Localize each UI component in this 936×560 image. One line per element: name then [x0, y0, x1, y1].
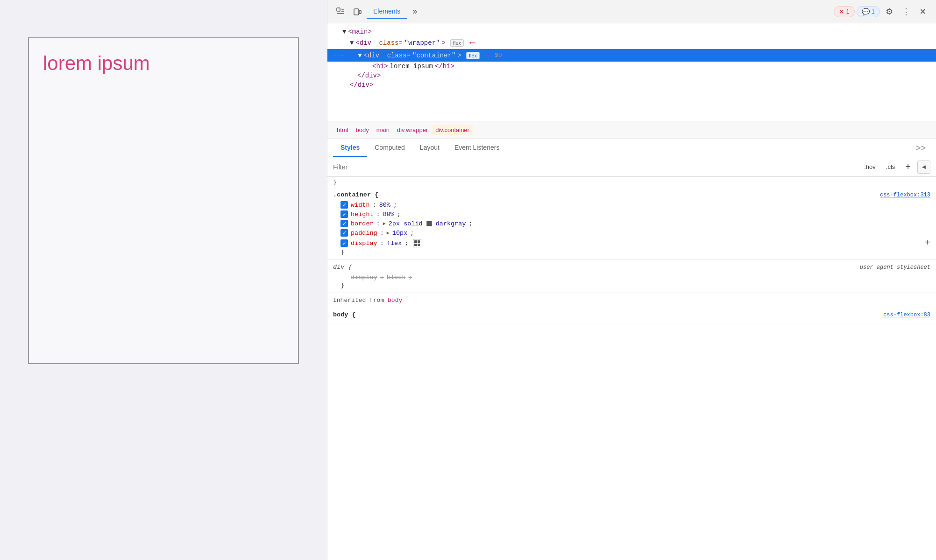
flex-badge-container[interactable]: flex: [466, 52, 480, 59]
dom-line-close1[interactable]: </div>: [327, 71, 936, 80]
filter-bar: :hov .cls + ◄: [327, 157, 936, 177]
css-section-header-container: .container { css-flexbox:313: [333, 191, 930, 198]
css-rule-display: display : flex ; +: [333, 238, 930, 249]
section-partial-top: }: [327, 177, 936, 188]
flex-layout-icon[interactable]: [413, 239, 421, 247]
container-close-brace: }: [333, 249, 930, 256]
checkbox-display[interactable]: [340, 239, 348, 247]
more-tabs-icon[interactable]: »: [409, 5, 421, 18]
css-section-header-body: body { css-flexbox:83: [333, 311, 930, 318]
close-devtools-button[interactable]: ×: [915, 4, 930, 19]
arrow-wrapper: ←: [469, 37, 475, 48]
css-source-body[interactable]: css-flexbox:83: [883, 312, 930, 318]
tab-layout[interactable]: Layout: [412, 139, 447, 157]
checkbox-border[interactable]: [340, 220, 348, 227]
bc-body[interactable]: body: [352, 125, 373, 135]
padding-triangle[interactable]: ▶: [387, 230, 390, 236]
css-section-header-ua: div { user agent stylesheet: [333, 264, 930, 271]
css-rule-padding: padding : ▶ 10px ;: [333, 228, 930, 238]
lorem-text: lorem ipsum: [34, 43, 159, 358]
svg-rect-4: [354, 9, 359, 15]
inherited-from-body[interactable]: body: [388, 297, 402, 304]
dom-line-container[interactable]: ··· ▼ <div class= "container" > flex ← $…: [327, 49, 936, 62]
checkbox-height[interactable]: [340, 210, 348, 218]
flex-badge-wrapper[interactable]: flex: [450, 39, 464, 47]
devtools-tabs: Elements »: [367, 5, 832, 19]
devtools-panel: Elements » ✕ 1 💬 1 ⚙ ⋮ × ▼ <main> ▼ <div: [327, 0, 936, 560]
css-rule-border: border : ▶ 2px solid darkgray ;: [333, 219, 930, 228]
bc-divwrapper[interactable]: div.wrapper: [393, 125, 432, 135]
bc-html[interactable]: html: [333, 125, 352, 135]
css-rule-ua-display: display : block ;: [333, 273, 930, 282]
error-icon: ✕: [839, 8, 844, 15]
tab-styles[interactable]: Styles: [333, 139, 367, 157]
styles-content: } .container { css-flexbox:313 width : 8…: [327, 177, 936, 560]
bc-main[interactable]: main: [373, 125, 393, 135]
hov-button[interactable]: :hov: [860, 162, 879, 172]
checkbox-width[interactable]: [340, 201, 348, 209]
more-options-icon[interactable]: ⋮: [899, 4, 914, 19]
error-count: 1: [846, 8, 850, 15]
dom-line-close2[interactable]: </div>: [327, 80, 936, 90]
svg-rect-0: [337, 8, 340, 11]
css-section-body: body { css-flexbox:83: [327, 308, 936, 324]
tab-computed[interactable]: Computed: [367, 139, 412, 157]
style-tabs: Styles Computed Layout Event Listeners >…: [327, 139, 936, 157]
dom-line-h1[interactable]: <h1> lorem ipsum </h1>: [327, 62, 936, 71]
add-rule-button[interactable]: +: [901, 160, 915, 174]
css-rule-height: height : 80% ;: [333, 210, 930, 219]
css-selector-div[interactable]: div {: [333, 264, 352, 271]
info-badge[interactable]: 💬 1: [857, 6, 880, 17]
color-swatch-darkgray[interactable]: [426, 221, 432, 226]
border-triangle[interactable]: ▶: [383, 221, 386, 226]
css-section-container: .container { css-flexbox:313 width : 80%…: [327, 188, 936, 260]
toggle-panel-button[interactable]: ◄: [917, 161, 930, 174]
container-box: lorem ipsum: [28, 37, 299, 364]
svg-rect-5: [359, 10, 361, 14]
css-source-container[interactable]: css-flexbox:313: [880, 192, 930, 198]
bc-divcontainer[interactable]: div.container: [432, 125, 473, 135]
inherited-from-header: Inherited from body: [327, 293, 936, 308]
arrow-container: ←: [485, 50, 491, 61]
ua-label: user agent stylesheet: [860, 264, 930, 271]
filter-actions: :hov .cls + ◄: [860, 160, 930, 174]
checkbox-padding[interactable]: [340, 229, 348, 237]
devtools-header: Elements » ✕ 1 💬 1 ⚙ ⋮ ×: [327, 0, 936, 23]
add-property-button[interactable]: +: [925, 238, 930, 248]
dom-tree: ▼ <main> ▼ <div class= "wrapper" > flex …: [327, 23, 936, 121]
dom-line-main[interactable]: ▼ <main>: [327, 27, 936, 36]
filter-input[interactable]: [333, 163, 857, 171]
css-rule-width: width : 80% ;: [333, 200, 930, 210]
css-section-ua: div { user agent stylesheet display : bl…: [327, 260, 936, 293]
inspect-icon[interactable]: [333, 4, 348, 19]
settings-button[interactable]: ⚙: [882, 4, 897, 19]
css-selector-container[interactable]: .container {: [333, 191, 378, 198]
css-selector-body[interactable]: body {: [333, 311, 356, 318]
info-icon: 💬: [862, 8, 870, 15]
device-toggle-icon[interactable]: [350, 4, 365, 19]
cls-button[interactable]: .cls: [882, 162, 899, 172]
ua-no-checkbox: [340, 273, 348, 281]
breadcrumb: html body main div.wrapper div.container: [327, 121, 936, 139]
tab-event-listeners[interactable]: Event Listeners: [447, 139, 507, 157]
dom-line-wrapper[interactable]: ▼ <div class= "wrapper" > flex ←: [327, 36, 936, 49]
more-style-tabs-icon[interactable]: >>: [911, 140, 930, 156]
info-count: 1: [872, 8, 875, 15]
ua-close-brace: }: [333, 282, 930, 289]
error-badge[interactable]: ✕ 1: [834, 6, 855, 17]
tab-elements[interactable]: Elements: [367, 5, 407, 19]
webpage-preview: lorem ipsum: [0, 0, 327, 560]
